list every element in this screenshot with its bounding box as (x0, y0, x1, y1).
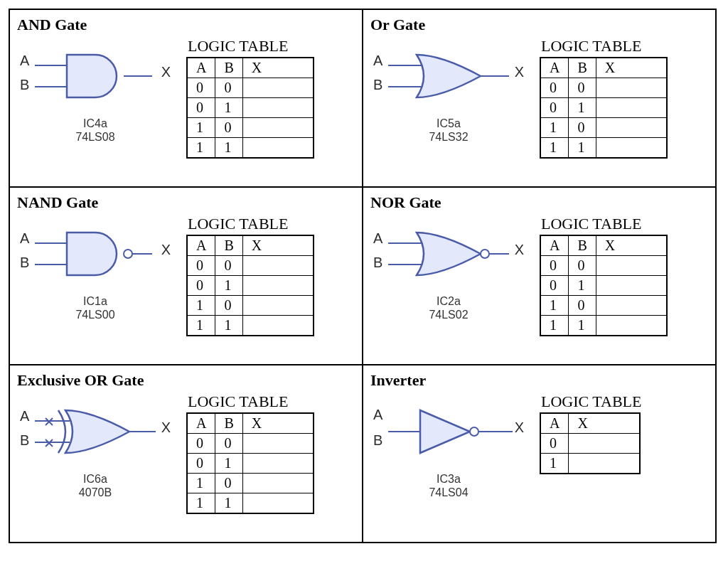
table-row: 11 (187, 138, 314, 159)
cell-b: 1 (215, 316, 242, 336)
symbol-box: ABXIC4a74LS08 (17, 37, 173, 144)
output-x-label: X (161, 64, 171, 80)
output-x-label: X (161, 420, 171, 436)
cell-b: 0 (215, 474, 242, 493)
table-row: 11 (187, 493, 314, 514)
cell-b: 0 (569, 296, 596, 316)
cell-x (242, 78, 314, 98)
ic-part: 74LS04 (429, 486, 468, 499)
gate-symbol-xor-icon: ABX (17, 393, 173, 471)
col-a-header: A (187, 413, 215, 434)
cell-x (596, 316, 667, 336)
table-title: LOGIC TABLE (188, 393, 314, 411)
table-row: 0 (540, 434, 640, 454)
truth-table: ABX00011011 (186, 412, 314, 514)
symbol-box: ABXIC6a4070B (17, 393, 173, 499)
cell-b: 1 (569, 316, 596, 336)
gate-symbol-nor-icon: ABX (370, 215, 527, 293)
cell-x (596, 78, 667, 98)
cell-a: 0 (540, 98, 569, 118)
col-b-header: B (215, 58, 242, 78)
ic-label: IC5a74LS32 (429, 117, 468, 144)
cell-b: 1 (215, 276, 242, 296)
ic-name: IC3a (429, 472, 468, 486)
truth-table: ABX00011011 (540, 235, 668, 336)
table-row: 01 (187, 276, 314, 296)
col-b-header: B (215, 413, 242, 434)
input-a-label: A (373, 53, 382, 69)
input-b-label: B (373, 432, 382, 449)
table-row: 01 (187, 454, 314, 474)
table-title: LOGIC TABLE (541, 37, 668, 55)
table-row: 11 (540, 138, 667, 159)
cell-a: 1 (187, 138, 215, 159)
truth-table-box: LOGIC TABLEABX00011011 (186, 393, 314, 514)
truth-table: ABX00011011 (186, 235, 314, 336)
ic-part: 74LS08 (75, 130, 114, 144)
gate-content: ABXIC5a74LS32LOGIC TABLEABX00011011 (370, 37, 708, 159)
cell-b: 1 (215, 98, 242, 118)
gate-title: NAND Gate (17, 193, 355, 212)
table-header-row: ABX (187, 413, 314, 434)
gate-symbol-or-icon: ABX (370, 37, 527, 115)
cell-a: 1 (540, 118, 569, 138)
cell-a: 0 (540, 78, 569, 98)
cell-a: 0 (540, 434, 569, 454)
gate-grid: AND Gate ABXIC4a74LS08LOGIC TABLEABX0001… (9, 9, 717, 543)
ic-name: IC5a (429, 117, 468, 130)
cell-a: 1 (187, 316, 215, 336)
cell-b: 1 (215, 493, 242, 514)
table-row: 11 (187, 316, 314, 336)
gate-title: AND Gate (17, 16, 355, 34)
gate-symbol-nand-icon: ABX (17, 215, 173, 293)
cell-a: 1 (540, 454, 569, 474)
symbol-box: ABXIC2a74LS02 (370, 215, 527, 321)
table-row: 10 (540, 296, 667, 316)
ic-label: IC6a4070B (79, 472, 112, 499)
gate-cell: Exclusive OR Gate ABXIC6a4070BLOGIC TABL… (10, 365, 363, 543)
cell-x (242, 138, 314, 159)
svg-point-8 (124, 250, 132, 258)
cell-b: 0 (569, 256, 596, 276)
ic-name: IC4a (75, 117, 114, 130)
cell-b: 0 (215, 256, 242, 276)
cell-x (596, 296, 667, 316)
cell-a: 0 (187, 256, 215, 276)
table-row: 00 (187, 434, 314, 454)
table-row: 01 (187, 98, 314, 118)
ic-label: IC4a74LS08 (75, 117, 114, 144)
ic-name: IC2a (429, 294, 468, 308)
col-a-header: A (540, 413, 569, 434)
col-x-header: X (242, 235, 314, 256)
gate-symbol-and-icon: ABX (17, 37, 173, 115)
ic-label: IC3a74LS04 (429, 472, 468, 499)
truth-table: AX01 (540, 412, 641, 474)
input-b-label: B (20, 255, 29, 271)
cell-a: 1 (187, 474, 215, 493)
gate-content: ABXIC2a74LS02LOGIC TABLEABX00011011 (370, 215, 708, 336)
col-b-header: B (215, 235, 242, 256)
cell-x (596, 256, 667, 276)
cell-b: 0 (569, 78, 596, 98)
col-b-header: B (569, 235, 596, 256)
cell-x (596, 138, 667, 159)
ic-part: 4070B (79, 486, 112, 499)
table-header-row: ABX (187, 58, 314, 78)
ic-name: IC1a (75, 294, 114, 308)
table-row: 00 (187, 78, 314, 98)
input-a-label: A (20, 408, 29, 424)
gate-cell: AND Gate ABXIC4a74LS08LOGIC TABLEABX0001… (10, 10, 363, 188)
table-header-row: AX (540, 413, 640, 434)
col-a-header: A (187, 58, 215, 78)
gate-content: ABXIC1a74LS00LOGIC TABLEABX00011011 (17, 215, 355, 336)
cell-b: 1 (569, 98, 596, 118)
input-a-label: A (20, 53, 29, 69)
cell-b: 0 (215, 78, 242, 98)
ic-label: IC2a74LS02 (429, 294, 468, 321)
gate-cell: NAND Gate ABXIC1a74LS00LOGIC TABLEABX000… (10, 188, 363, 365)
gate-cell: NOR Gate ABXIC2a74LS02LOGIC TABLEABX0001… (363, 188, 717, 365)
input-b-label: B (20, 432, 29, 449)
gate-title: Inverter (370, 371, 708, 390)
col-x-header: X (596, 235, 667, 256)
gate-title: Exclusive OR Gate (17, 371, 355, 390)
